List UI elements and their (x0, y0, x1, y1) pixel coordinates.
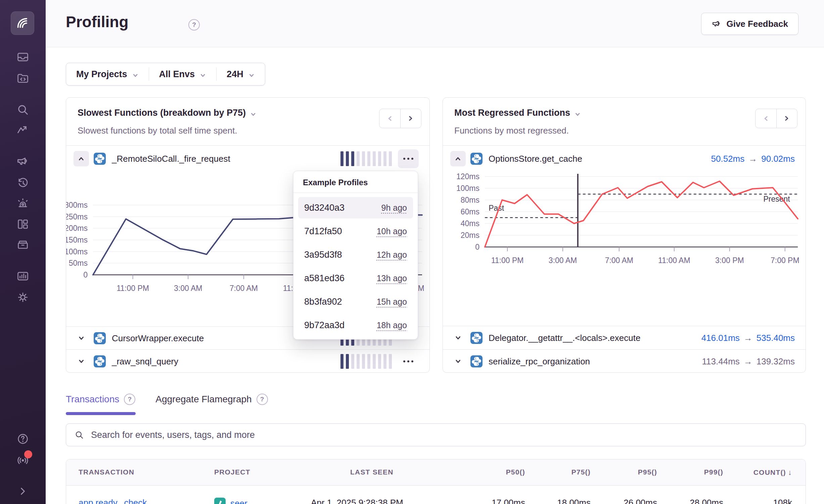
tab-aggregate-flamegraph[interactable]: Aggregate Flamegraph ? (155, 386, 268, 413)
prev-page-button[interactable] (756, 109, 777, 128)
next-page-button[interactable] (401, 109, 421, 128)
svg-text:7:00 PM: 7:00 PM (771, 256, 799, 265)
most-regressed-pager (755, 109, 797, 128)
profile-item[interactable]: 9b72aa3d18h ago (298, 314, 413, 336)
svg-text:50ms: 50ms (69, 259, 88, 267)
svg-text:100ms: 100ms (456, 184, 479, 193)
collapse-function-button[interactable] (74, 151, 89, 166)
sentry-logo[interactable] (11, 11, 34, 35)
after-value-link[interactable]: 90.02ms (761, 153, 795, 164)
profile-item[interactable]: 7d12fa5010h ago (298, 220, 413, 242)
after-value-link[interactable]: 535.40ms (757, 333, 795, 343)
profile-item[interactable]: a581ed3613h ago (298, 267, 413, 289)
profile-timestamp-link[interactable]: 9h ago (381, 203, 407, 213)
transactions-help-icon[interactable]: ? (124, 394, 135, 405)
column-header[interactable]: P95() (638, 468, 657, 476)
column-header[interactable]: PROJECT (214, 468, 250, 476)
function-actions-button[interactable] (398, 149, 419, 168)
profile-timestamp-link[interactable]: 10h ago (377, 226, 407, 236)
date-range-label: 24H (227, 69, 243, 80)
project-name: seer (230, 498, 247, 504)
function-name: _RemoteSiloCall._fire_request (112, 153, 230, 164)
environment-filter[interactable]: All Envs (149, 67, 217, 81)
column-header[interactable]: P50() (506, 468, 525, 476)
p99-value: 28.00ms (690, 498, 723, 504)
alerts-siren-icon[interactable] (16, 197, 30, 210)
environment-filter-label: All Envs (159, 69, 195, 80)
expand-function-button[interactable] (450, 330, 466, 346)
insights-trend-icon[interactable] (16, 124, 30, 138)
tab-flamegraph-label: Aggregate Flamegraph (155, 394, 251, 405)
column-header[interactable]: COUNT()↓ (753, 468, 792, 477)
flamegraph-help-icon[interactable]: ? (257, 394, 268, 405)
function-name: Delegator.__getattr__.<locals>.execute (489, 333, 640, 343)
profile-timestamp-link[interactable]: 12h ago (377, 250, 407, 260)
feedback-megaphone-icon[interactable] (16, 155, 30, 168)
table-row[interactable]: app.ready._checkseerApr 1, 2025 9:28:38 … (66, 486, 806, 504)
active-tab-indicator (66, 412, 136, 415)
collapse-function-button[interactable] (450, 151, 466, 166)
function-row[interactable]: _raw_snql_query (66, 349, 429, 373)
slowest-functions-title-dropdown[interactable]: Slowest Functions (breakdown by P75) (78, 108, 372, 118)
before-value-link[interactable]: 416.01ms (701, 333, 740, 343)
before-value-link[interactable]: 50.52ms (711, 153, 745, 164)
projects-icon[interactable] (16, 71, 30, 85)
last-seen-value: Apr 1, 2025 9:28:38 PM (311, 498, 403, 504)
issues-icon[interactable] (16, 50, 30, 64)
date-range-filter[interactable]: 24H (216, 67, 265, 81)
help-icon[interactable] (16, 432, 30, 446)
function-row-expanded[interactable]: OptionsStore.get_cache 50.52ms → 90.02ms (443, 145, 806, 171)
tab-transactions[interactable]: Transactions ? (66, 386, 135, 413)
next-page-button[interactable] (777, 109, 797, 128)
most-regressed-title-dropdown[interactable]: Most Regressed Functions (454, 108, 748, 118)
explore-search-icon[interactable] (16, 103, 30, 116)
column-header[interactable]: LAST SEEN (350, 468, 394, 476)
transaction-link[interactable]: app.ready._check (79, 498, 147, 504)
function-row[interactable]: Delegator.__getattr__.<locals>.execute 4… (443, 326, 806, 349)
stats-icon[interactable] (16, 269, 30, 283)
function-name: serialize_rpc_organization (489, 356, 590, 366)
search-icon (74, 430, 84, 440)
slowest-functions-title: Slowest Functions (breakdown by P75) (78, 108, 246, 118)
function-row-expanded[interactable]: _RemoteSiloCall._fire_request (66, 145, 429, 171)
search-bar[interactable] (66, 423, 806, 446)
dashboards-grid-icon[interactable] (16, 217, 30, 231)
collapse-sidebar-icon[interactable] (16, 485, 30, 498)
releases-archive-icon[interactable] (16, 238, 30, 252)
project-cell[interactable]: seer (214, 498, 247, 504)
expand-function-button[interactable] (74, 354, 89, 369)
view-tabs: Transactions ? Aggregate Flamegraph ? (66, 386, 268, 413)
transactions-table: TRANSACTIONPROJECTLAST SEENP50()P75()P95… (66, 459, 806, 504)
svg-text:11:00 PM: 11:00 PM (117, 284, 149, 293)
prev-page-button[interactable] (379, 109, 401, 128)
replays-icon[interactable] (16, 177, 30, 190)
expand-function-button[interactable] (74, 331, 89, 346)
svg-text:120ms: 120ms (456, 172, 479, 181)
sidebar (0, 0, 46, 504)
p95-value: 26.00ms (624, 498, 657, 504)
column-header[interactable]: TRANSACTION (79, 468, 134, 476)
svg-text:80ms: 80ms (461, 196, 479, 204)
give-feedback-button[interactable]: Give Feedback (701, 13, 798, 35)
profiling-help-icon[interactable]: ? (188, 19, 200, 31)
count-value: 108k (773, 498, 792, 504)
popup-title: Example Profiles (293, 171, 418, 193)
regression-delta: 416.01ms → 535.40ms (701, 333, 795, 343)
profile-item[interactable]: 9d3240a39h ago (298, 197, 413, 218)
profile-timestamp-link[interactable]: 13h ago (377, 273, 407, 283)
seer-project-icon (214, 498, 226, 504)
column-header[interactable]: P75() (571, 468, 591, 476)
chevron-down-icon (199, 71, 206, 78)
search-input[interactable] (91, 430, 797, 440)
profile-timestamp-link[interactable]: 15h ago (377, 297, 407, 307)
expand-function-button[interactable] (450, 354, 466, 369)
function-actions-button[interactable] (398, 352, 419, 371)
column-header[interactable]: P99() (704, 468, 723, 476)
project-filter[interactable]: My Projects (66, 67, 149, 81)
profile-timestamp-link[interactable]: 18h ago (377, 320, 407, 330)
profile-item[interactable]: 3a95d3f812h ago (298, 244, 413, 265)
python-icon (470, 355, 483, 367)
settings-gear-icon[interactable] (16, 291, 30, 304)
profile-item[interactable]: 8b3fa90215h ago (298, 291, 413, 312)
function-row[interactable]: serialize_rpc_organization 113.44ms → 13… (443, 349, 806, 373)
